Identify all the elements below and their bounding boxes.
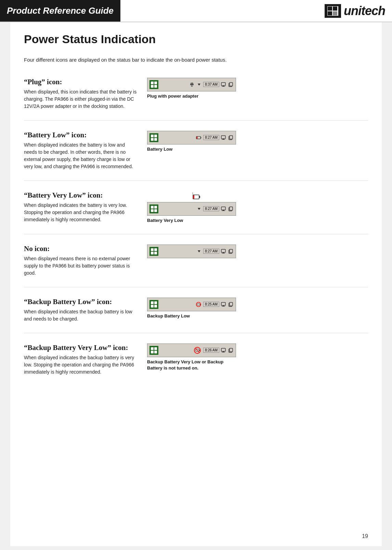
svg-rect-4 <box>151 82 154 84</box>
windows-start-button-5 <box>149 300 158 309</box>
svg-rect-24 <box>201 137 201 138</box>
svg-rect-37 <box>154 206 157 209</box>
page-title: Product Reference Guide <box>7 5 114 16</box>
arrow-down-icon <box>196 82 202 88</box>
svg-rect-20 <box>154 135 157 137</box>
divider-3 <box>24 234 368 234</box>
copy-icon <box>227 82 234 88</box>
svg-rect-38 <box>151 209 154 212</box>
backup-battery-low-description: “Backup Battery Low” icon: When displaye… <box>24 298 140 323</box>
logo-icon-inner <box>327 6 338 16</box>
svg-rect-48 <box>151 252 154 254</box>
plug-svg <box>189 82 195 87</box>
taskbar-time-5: 8:25 AM <box>203 302 219 307</box>
svg-rect-31 <box>230 136 233 139</box>
svg-rect-42 <box>223 210 224 211</box>
svg-rect-35 <box>193 195 194 199</box>
plug-caption: Plug with power adapter <box>147 93 198 99</box>
divider-4 <box>24 287 368 287</box>
svg-rect-74 <box>199 350 200 351</box>
windows-start-button-3 <box>149 204 158 213</box>
plug-body: When displayed, this icon indicates that… <box>24 88 137 110</box>
battery-very-low-caption: Battery Very Low <box>147 217 183 224</box>
battery-low-caption: Battery Low <box>147 146 172 152</box>
svg-rect-45 <box>230 207 233 210</box>
divider-5 <box>24 333 368 333</box>
svg-rect-34 <box>199 196 200 198</box>
svg-rect-5 <box>154 82 157 84</box>
svg-rect-67 <box>230 302 233 306</box>
windows-logo-svg-6 <box>151 347 157 353</box>
backup-battery-very-low-taskbar-right: 8:26 AM <box>194 347 234 354</box>
svg-rect-18 <box>230 83 233 86</box>
battery-very-low-description: “Battery Very Low” icon: When displayed … <box>24 191 140 224</box>
taskbar-right: 8:37 AM <box>189 82 234 88</box>
battery-very-low-taskbar: 8:27 AM <box>147 202 236 216</box>
backup-battery-low-taskbar-right: 8:25 AM <box>196 301 234 308</box>
network-svg-6 <box>221 348 226 353</box>
svg-rect-15 <box>223 86 224 86</box>
copy-icon-2 <box>227 135 234 141</box>
svg-rect-14 <box>221 83 225 86</box>
arrow-down-icon-4 <box>196 248 202 254</box>
svg-rect-80 <box>230 348 233 352</box>
battery-very-low-title: “Battery Very Low” icon: <box>24 191 137 200</box>
arrow-svg <box>197 83 201 87</box>
svg-rect-43 <box>222 211 225 211</box>
windows-logo-svg-5 <box>151 301 157 308</box>
svg-marker-50 <box>198 250 200 252</box>
battery-very-low-taskbar-right: 8:27 AM <box>196 206 234 212</box>
plug-title: “Plug” icon: <box>24 78 137 86</box>
backup-battery-low-title: “Backup Battery Low” icon: <box>24 298 137 306</box>
backup-battery-very-low-body: When displayed indicates the backup batt… <box>24 354 137 376</box>
battery-very-low-image-area: ! <box>147 191 368 224</box>
svg-rect-51 <box>221 249 225 252</box>
copy-svg-5 <box>228 302 233 307</box>
backup-battery-very-low-title: “Backup Battery Very Low” icon: <box>24 343 137 352</box>
windows-logo-svg-4 <box>151 248 157 254</box>
no-icon-title: No icon: <box>24 245 137 253</box>
no-icon-body: When displayed means there is no externa… <box>24 255 137 277</box>
svg-rect-1 <box>333 7 337 11</box>
section-battery-low: “Battery Low” icon: When displayed indic… <box>24 131 368 170</box>
battery-low-body: When displayed indicates the battery is … <box>24 141 137 170</box>
taskbar-time-2: 8:27 AM <box>203 135 219 140</box>
windows-logo-svg-2 <box>151 135 157 141</box>
copy-icon-5 <box>227 301 234 308</box>
svg-text:!: ! <box>198 135 198 136</box>
copy-svg-2 <box>228 135 233 140</box>
network-icon-4 <box>220 248 226 254</box>
network-svg-3 <box>221 206 226 212</box>
plug-image-area: 8:37 AM <box>147 78 368 110</box>
svg-rect-63 <box>221 302 225 305</box>
svg-rect-78 <box>222 352 225 352</box>
no-icon-taskbar: 8:27 AM <box>147 245 236 258</box>
backup-battery-low-svg <box>196 301 202 308</box>
windows-start-button-2 <box>149 133 158 142</box>
svg-rect-6 <box>151 85 154 88</box>
svg-rect-7 <box>154 85 157 88</box>
backup-battery-low-caption: Backup Battery Low <box>147 313 190 319</box>
windows-logo-svg-3 <box>151 206 157 212</box>
company-logo: unitech <box>325 4 385 18</box>
battery-low-svg: ! <box>196 135 202 140</box>
svg-rect-19 <box>151 135 154 137</box>
svg-rect-10 <box>190 84 194 85</box>
svg-rect-29 <box>222 139 225 140</box>
svg-rect-65 <box>222 306 225 307</box>
windows-logo-svg <box>151 82 157 88</box>
network-icon-2 <box>220 135 226 141</box>
plug-description: “Plug” icon: When displayed, this icon i… <box>24 78 140 110</box>
svg-marker-13 <box>198 84 200 86</box>
copy-icon-4 <box>227 248 234 254</box>
network-svg-4 <box>221 249 226 254</box>
svg-rect-0 <box>328 7 332 11</box>
copy-svg-6 <box>228 348 233 353</box>
svg-rect-36 <box>151 206 154 209</box>
network-icon <box>220 82 226 88</box>
section-backup-battery-low: “Backup Battery Low” icon: When displaye… <box>24 298 368 323</box>
svg-rect-68 <box>151 347 154 350</box>
svg-rect-69 <box>154 347 157 350</box>
svg-rect-64 <box>223 305 224 306</box>
windows-start-button-4 <box>149 247 158 256</box>
